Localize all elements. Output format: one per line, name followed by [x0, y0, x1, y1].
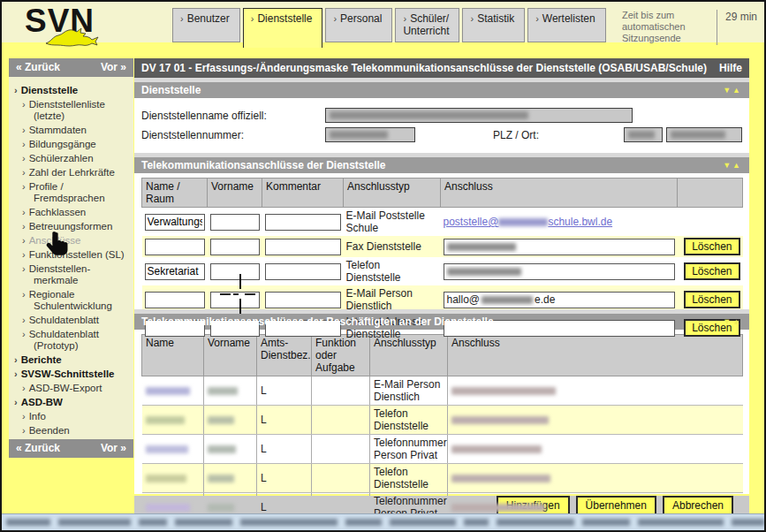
sidebar-item-schuldatenblatt-prototyp[interactable]: ›Schuldatenblatt (Prototyp) — [12, 329, 132, 352]
collapse-expand-icons[interactable]: ▼▲ — [723, 317, 742, 326]
kommentar-input[interactable] — [265, 263, 341, 280]
sidebar-item-berichte[interactable]: ›Berichte — [12, 354, 132, 366]
table-row: Telefon Dienststelle Löschen — [142, 257, 743, 285]
redacted-text — [451, 504, 545, 512]
cancel-button[interactable]: Abbrechen — [663, 496, 733, 515]
redacted-text — [208, 387, 238, 395]
sidebar-item-info[interactable]: ›Info — [12, 411, 132, 422]
dienststellennummer-label: Dienststellennummer: — [141, 129, 325, 141]
help-link[interactable]: Hilfe — [719, 62, 742, 74]
forward-button[interactable]: Vor » — [101, 61, 126, 77]
sidebar-item-schuelerzahlen[interactable]: ›Schülerzahlen — [12, 153, 132, 164]
anschlusstyp-cell: Telefon Dienststelle — [370, 406, 448, 435]
collapse-icon: ▼ — [723, 317, 732, 326]
redacted-text — [482, 296, 533, 304]
sidebar-item-asd-bw[interactable]: ›ASD-BW — [12, 397, 132, 408]
forward-button[interactable]: Vor » — [101, 442, 126, 458]
collapse-expand-icons[interactable]: ▼▲ — [723, 161, 742, 170]
chevron-icon: › — [22, 289, 26, 300]
collapse-icon: ▼ — [723, 161, 732, 170]
vorname-input[interactable] — [210, 239, 260, 255]
name-raum-input[interactable] — [145, 292, 205, 308]
sidebar-item-dienststellenliste[interactable]: ›Dienststellenliste (letzte) — [12, 99, 132, 122]
anschluss-input[interactable] — [444, 239, 675, 255]
chevron-icon: › — [333, 13, 337, 24]
app-window: SVN ›Benutzer ›Dienststelle ›Personal ›S… — [0, 0, 766, 532]
sidebar-item-dienststellenmerkmale[interactable]: ›Dienststellen-merkmale — [12, 263, 132, 286]
plz-ort-label: PLZ / Ort: — [493, 129, 539, 141]
email-poststelle-link[interactable]: poststelle@schule.bwl.de — [444, 216, 613, 228]
column-header-amtsbez: Amts- Dienstbez. — [257, 335, 312, 376]
vorname-input[interactable] — [210, 214, 260, 231]
expand-icon: ▲ — [732, 317, 742, 326]
anschlusstyp-cell: Fax Dienststelle — [344, 236, 441, 257]
column-header-anschluss: Anschluss — [448, 335, 743, 376]
column-header-vorname: Vorname — [208, 179, 262, 208]
redacted-text — [208, 445, 236, 453]
sidebar-item-schuldatenblatt[interactable]: ›Schuldatenblatt — [12, 315, 132, 326]
redacted-text — [671, 131, 725, 139]
dienststellenname-label: Dienststellenname offiziell: — [141, 110, 325, 122]
delete-button[interactable]: Löschen — [684, 238, 739, 255]
sidebar-item-anschluesse[interactable]: ›Anschlüsse — [12, 235, 132, 247]
sidebar-item-betreuungsformen[interactable]: ›Betreuungsformen — [12, 221, 132, 232]
tab-schueler-unterricht[interactable]: ›Schüler/ Unterricht — [395, 8, 459, 42]
table-row: L Telefon Dienststelle — [142, 464, 743, 493]
chevron-icon: › — [14, 354, 18, 365]
chevron-icon: › — [535, 13, 539, 24]
chevron-icon: › — [14, 85, 18, 95]
tab-personal[interactable]: ›Personal — [325, 8, 392, 42]
kommentar-input[interactable] — [265, 214, 341, 231]
redacted-text — [146, 387, 190, 395]
redacted-text — [447, 243, 516, 251]
chevron-icon: › — [470, 13, 474, 24]
anschluss-input[interactable] — [444, 263, 675, 280]
name-raum-input[interactable] — [145, 263, 205, 280]
dienststellennummer-field — [325, 127, 415, 142]
sidebar-item-asd-bw-export[interactable]: ›ASD-BW-Export — [12, 383, 132, 394]
sidebar-item-regionale-schulentwicklung[interactable]: ›Regionale Schulentwicklung — [12, 289, 132, 312]
kommentar-input[interactable] — [265, 239, 341, 255]
sidebar-item-zahl-der-lehrkraefte[interactable]: ›Zahl der Lehrkräfte — [12, 167, 132, 179]
sidebar-item-bildungsgaenge[interactable]: ›Bildungsgänge — [12, 139, 132, 150]
anschlusstyp-cell: Telefon Dienststelle — [370, 464, 448, 493]
name-raum-input[interactable] — [145, 239, 205, 255]
sidebar-item-beenden[interactable]: ›Beenden — [12, 425, 132, 437]
sidebar-item-dienststelle[interactable]: ›Dienststelle — [12, 85, 132, 96]
tab-benutzer[interactable]: ›Benutzer — [172, 8, 240, 42]
tab-statistik[interactable]: ›Statistik — [462, 8, 525, 42]
apply-button[interactable]: Übernehmen — [576, 496, 656, 515]
dienststellenname-field — [325, 108, 633, 123]
anschluss-input[interactable]: hallo@e.de — [444, 292, 675, 308]
redacted-text — [208, 504, 234, 512]
page-title-bar: DV 17 01 - Erfassungs-/Änderungsmaske Te… — [134, 58, 749, 78]
lion-icon — [42, 26, 101, 50]
table-row: L Telefonnummer Person Privat — [142, 435, 743, 464]
back-button[interactable]: « Zurück — [16, 61, 60, 77]
hand-cursor-icon — [44, 230, 69, 262]
delete-button[interactable]: Löschen — [684, 291, 739, 308]
sidebar-item-stammdaten[interactable]: ›Stammdaten — [12, 125, 132, 136]
session-time-remaining: 29 min — [725, 11, 757, 23]
main-content: DV 17 01 - Erfassungs-/Änderungsmaske Te… — [134, 58, 749, 515]
tab-dienststelle[interactable]: ›Dienststelle — [243, 8, 323, 48]
amtsbez-cell: L — [257, 464, 312, 493]
column-header-actions — [678, 179, 743, 208]
chevron-icon: › — [22, 249, 26, 260]
sidebar-item-fachklassen[interactable]: ›Fachklassen — [12, 207, 132, 218]
name-raum-input[interactable] — [145, 214, 205, 231]
tab-wertelisten[interactable]: ›Wertelisten — [527, 8, 605, 42]
chevron-icon: › — [403, 13, 406, 24]
chevron-icon: › — [22, 153, 26, 163]
sidebar-item-funktionsstellen[interactable]: ›Funktionsstellen (SL) — [12, 249, 132, 261]
delete-button[interactable]: Löschen — [684, 262, 739, 280]
chevron-icon: › — [22, 125, 26, 135]
sidebar-item-svsw-schnittstelle[interactable]: ›SVSW-Schnittstelle — [12, 369, 132, 380]
collapse-expand-icons[interactable]: ▼▲ — [723, 86, 742, 95]
kommentar-input[interactable] — [265, 292, 341, 308]
chevron-icon: › — [22, 235, 26, 246]
back-button[interactable]: « Zurück — [16, 442, 60, 458]
sidebar-item-profile-fremdsprachen[interactable]: ›Profile / Fremdsprachen — [12, 181, 132, 204]
vorname-input[interactable] — [210, 263, 260, 280]
chevron-icon: › — [22, 315, 26, 325]
